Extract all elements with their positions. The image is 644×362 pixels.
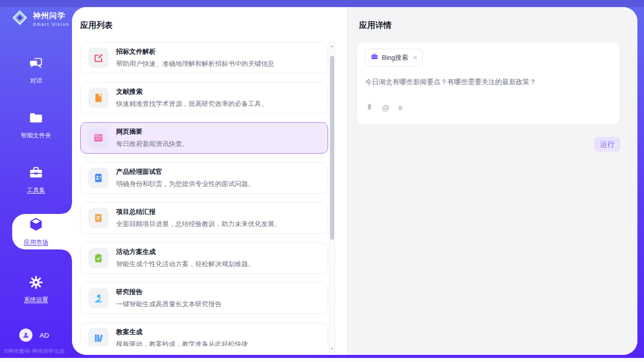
- app-card-desc: 智能生成个性化活动方案，轻松解决规划难题。: [116, 260, 255, 269]
- briefcase-icon: [371, 53, 378, 62]
- brand-logo: 神州问学 Smart Vision: [10, 8, 69, 29]
- sidebar-item-smart-folder[interactable]: 智能文件夹: [0, 111, 72, 140]
- app-card-desc: 帮助用户快速、准确地理解和解析招标书中的关键信息: [116, 59, 274, 68]
- sidebar: 神州问学 Smart Vision 对话: [0, 7, 72, 358]
- brand-subtitle: Smart Vision: [33, 22, 69, 27]
- app-window: 神州问学 Smart Vision 对话: [0, 0, 644, 362]
- at-icon[interactable]: @: [382, 103, 389, 112]
- app-card-project-summary[interactable]: 项目总结汇报 全面回顾项目进展，总结经验教训，助力未来优化发展。: [80, 202, 328, 234]
- hash-icon[interactable]: #: [398, 103, 402, 112]
- app-card-desc: 模板驱动，教案秒成，教学准备从此轻松快捷: [116, 340, 248, 346]
- bubble-fillet-top: [62, 204, 72, 214]
- app-card-title: 招标文件解析: [116, 47, 274, 56]
- app-card-desc: 每日政府新闻资讯快查。: [116, 139, 189, 149]
- app-detail-title: 应用详情: [359, 20, 391, 31]
- scrollbar-up-icon[interactable]: ▲: [330, 45, 335, 48]
- app-card-title: 文献搜索: [116, 87, 268, 96]
- app-detail-panel: 应用详情 Bing搜索 × 今日湖北有哪些新闻要点？: [347, 7, 637, 355]
- sidebar-item-label: 智能文件夹: [21, 131, 51, 140]
- browser-code-icon: </>: [88, 128, 109, 148]
- app-card-title: 项目总结汇报: [116, 207, 281, 216]
- app-card-bid-document-analysis[interactable]: 招标文件解析 帮助用户快速、准确地理解和解析招标书中的关键信息: [80, 42, 328, 74]
- app-card-desc: 一键智能生成高质量长文本研究报告: [116, 300, 222, 309]
- purple-frame: 神州问学 Smart Vision 对话: [0, 7, 644, 362]
- app-card-literature-search[interactable]: 文献搜索 快速精准查找学术资源，提高研究效率的必备工具。: [80, 82, 328, 114]
- sidebar-item-settings[interactable]: 系统设置: [0, 275, 72, 304]
- app-card-pm-interviewer[interactable]: 产品经理面试官 明确身份和职责，为您提供专业性的面试问题。: [80, 162, 328, 194]
- app-list-scrollbar[interactable]: ▲ ▼: [329, 42, 335, 353]
- scrollbar-down-icon[interactable]: ▼: [330, 347, 335, 350]
- run-button[interactable]: 运行: [594, 137, 621, 152]
- app-card-desc: 全面回顾项目进展，总结经验教训，助力未来优化发展。: [116, 220, 281, 229]
- scrollbar-thumb[interactable]: [330, 56, 334, 240]
- book-icon: [88, 88, 109, 108]
- person-document-icon: [88, 168, 109, 188]
- app-card-desc: 明确身份和职责，为您提供专业性的面试问题。: [116, 179, 255, 189]
- gear-icon: [28, 275, 44, 292]
- app-card-title: 网页摘要: [116, 127, 189, 136]
- chat-icon: [28, 56, 44, 73]
- diamond-logo-icon: [10, 8, 29, 29]
- app-list-panel: 应用列表 招标文件解析 帮助用户快速、准确地理解和解析招标书中的关键信息: [72, 7, 347, 355]
- app-card-title: 研究报告: [116, 287, 222, 297]
- app-card-title: 教案生成: [116, 328, 248, 337]
- app-card-list: 招标文件解析 帮助用户快速、准确地理解和解析招标书中的关键信息 文: [80, 42, 328, 346]
- close-icon[interactable]: ×: [413, 54, 417, 61]
- cube-icon: [28, 216, 44, 235]
- window-top-strip: [0, 0, 644, 7]
- paperclip-icon[interactable]: [366, 102, 373, 113]
- sidebar-item-label: 系统设置: [24, 296, 48, 304]
- window-bottom-strip: [0, 358, 644, 362]
- query-text-input[interactable]: 今日湖北有哪些新闻要点？有哪些需要关注的最新政策？: [365, 77, 613, 87]
- brand-name: 神州问学: [33, 11, 69, 21]
- sidebar-item-label: 工具集: [27, 186, 45, 195]
- app-list-title: 应用列表: [80, 20, 113, 31]
- input-toolbar: @ #: [366, 102, 403, 113]
- tool-tag-bing-search[interactable]: Bing搜索 ×: [365, 49, 423, 66]
- toolbox-icon: [28, 165, 44, 183]
- app-card-desc: 快速精准查找学术资源，提高研究效率的必备工具。: [116, 99, 268, 108]
- user-account[interactable]: AD: [19, 329, 49, 342]
- sidebar-item-label: 对话: [30, 77, 42, 85]
- app-card-title: 活动方案生成: [116, 247, 255, 257]
- avatar: [19, 329, 32, 342]
- copyright-text: ©神州数码·神州问学出品: [4, 348, 72, 355]
- tool-tag-label: Bing搜索: [382, 53, 408, 62]
- folder-icon: [28, 111, 44, 128]
- sidebar-item-label: 应用市场: [24, 238, 48, 247]
- svg-text:</>: </>: [95, 137, 101, 140]
- query-input-card[interactable]: Bing搜索 × 今日湖北有哪些新闻要点？有哪些需要关注的最新政策？ @ #: [356, 42, 620, 125]
- app-card-lesson-plan[interactable]: 教案生成 模板驱动，教案秒成，教学准备从此轻松快捷: [80, 322, 328, 346]
- sidebar-item-app-market[interactable]: 应用市场: [0, 216, 72, 247]
- app-card-web-summary[interactable]: </> 网页摘要 每日政府新闻资讯快查。: [80, 122, 328, 154]
- main-content: 应用列表 招标文件解析 帮助用户快速、准确地理解和解析招标书中的关键信息: [72, 7, 637, 355]
- document-lines-icon: [88, 208, 109, 228]
- app-card-event-plan[interactable]: 活动方案生成 智能生成个性化活动方案，轻松解决规划难题。: [80, 242, 328, 274]
- clipboard-check-icon: [88, 248, 109, 268]
- sidebar-item-toolset[interactable]: 工具集: [0, 165, 72, 195]
- app-card-title: 产品经理面试官: [116, 167, 255, 176]
- app-card-research-report[interactable]: 研究报告 一键智能生成高质量长文本研究报告: [80, 282, 328, 314]
- bubble-fillet-bottom: [62, 249, 72, 260]
- microscope-icon: [88, 288, 109, 308]
- user-name: AD: [40, 332, 49, 339]
- edit-document-icon: [88, 48, 109, 68]
- sidebar-item-chat[interactable]: 对话: [0, 56, 72, 85]
- books-icon: [88, 328, 109, 346]
